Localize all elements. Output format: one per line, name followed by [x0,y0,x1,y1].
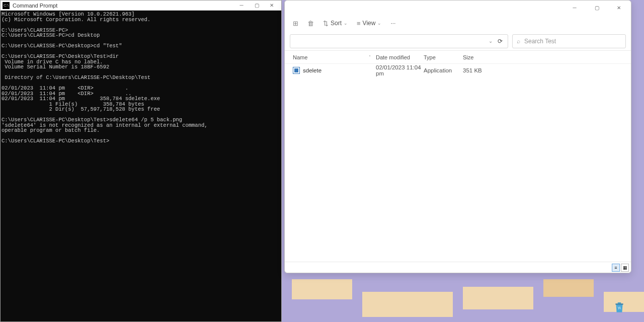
trash-icon: 🗑 [307,20,314,27]
maximize-button[interactable]: ▢ [249,1,264,10]
file-explorer-window: ─ ▢ ✕ ⊞ 🗑 ⇅ Sort ⌄ ≡ View ⌄ ··· ⌄ ⟳ ⌕ Se… [284,0,631,273]
view-icon: ≡ [357,20,361,27]
search-input[interactable]: ⌕ Search Test [512,34,626,48]
file-size: 351 KB [463,67,498,73]
file-name: sdelete [303,67,376,73]
search-icon: ⌕ [517,38,520,45]
sort-button[interactable]: ⇅ Sort ⌄ [323,20,348,27]
view-button[interactable]: ≡ View ⌄ [357,20,381,27]
sort-ascending-icon: ˄ [369,55,376,59]
cmd-output[interactable]: Microsoft Windows [Version 10.0.22621.96… [1,11,281,321]
application-icon [293,67,300,74]
sort-icon: ⇅ [323,20,329,27]
chevron-down-icon: ⌄ [344,21,348,26]
close-button[interactable]: ✕ [608,1,630,15]
refresh-button[interactable]: ⟳ [496,38,505,45]
recycle-icon [613,301,626,314]
column-size[interactable]: Size [463,54,498,60]
explorer-titlebar[interactable]: ─ ▢ ✕ [285,1,631,15]
minimize-button[interactable]: ─ [564,1,586,15]
file-type: Application [424,67,463,73]
chevron-down-icon: ⌄ [377,21,381,26]
new-button[interactable]: ⊞ [293,20,298,27]
cmd-icon: C:\ [3,2,10,9]
column-type[interactable]: Type [424,54,463,60]
file-list: sdelete 02/01/2023 11:04 pm Application … [285,64,631,262]
column-headers: Name ˄ Date modified Type Size [285,51,631,64]
view-label: View [363,20,376,27]
explorer-address-bar: ⌄ ⟳ ⌕ Search Test [285,32,631,51]
address-dropdown-icon[interactable]: ⌄ [486,38,496,44]
icons-view-toggle[interactable]: ▦ [621,264,629,272]
file-date: 02/01/2023 11:04 pm [376,64,424,76]
column-name[interactable]: Name ˄ [293,54,376,60]
delete-button[interactable]: 🗑 [307,20,314,27]
explorer-toolbar: ⊞ 🗑 ⇅ Sort ⌄ ≡ View ⌄ ··· [285,15,631,32]
maximize-button[interactable]: ▢ [586,1,608,15]
search-placeholder: Search Test [524,38,556,45]
minimize-button[interactable]: ─ [234,1,249,10]
column-date[interactable]: Date modified [376,54,424,60]
recycle-bin-icon[interactable] [612,300,627,315]
address-input[interactable]: ⌄ ⟳ [290,34,508,48]
cmd-titlebar[interactable]: C:\ Command Prompt ─ ▢ ✕ [1,1,281,11]
close-button[interactable]: ✕ [264,1,279,10]
new-icon: ⊞ [293,20,298,27]
explorer-statusbar: ≡ ▦ [285,262,631,273]
more-button[interactable]: ··· [390,20,395,27]
details-view-toggle[interactable]: ≡ [612,264,620,272]
file-row[interactable]: sdelete 02/01/2023 11:04 pm Application … [293,65,623,76]
cmd-title: Command Prompt [13,3,234,9]
sort-label: Sort [331,20,342,27]
command-prompt-window: C:\ Command Prompt ─ ▢ ✕ Microsoft Windo… [0,0,282,322]
